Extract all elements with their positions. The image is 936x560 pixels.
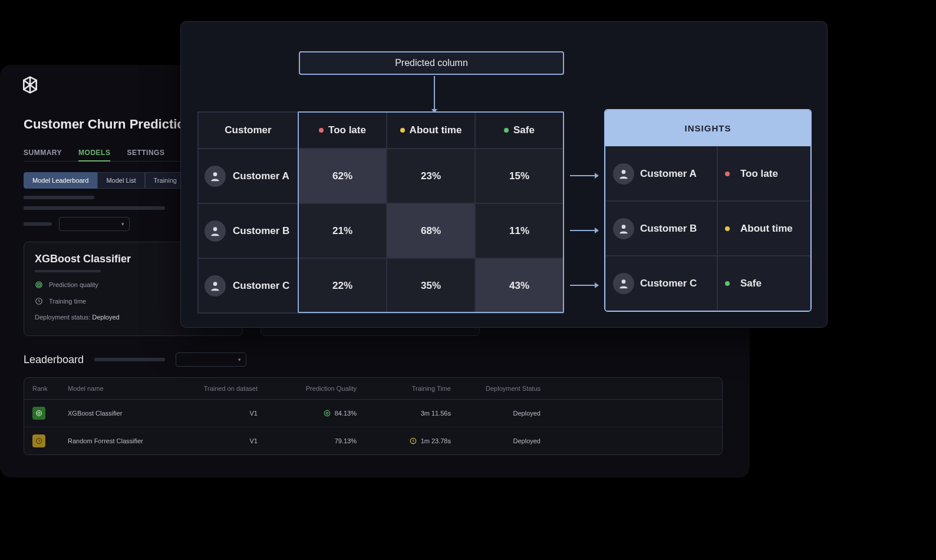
pct-cell: 35% <box>387 258 475 313</box>
insight-customer: Customer A <box>605 146 717 201</box>
predicted-column-label: Predicted column <box>299 51 564 75</box>
col-deploy: Deployment Status <box>451 385 545 392</box>
insight-status: Too late <box>717 146 810 201</box>
pct-cell: 23% <box>387 149 475 203</box>
cell-status: Deployed <box>451 437 545 444</box>
svg-point-2 <box>38 284 39 285</box>
cell-model-name: Random Forrest Classifier <box>68 437 186 444</box>
avatar-icon <box>205 166 226 187</box>
sidebar <box>21 75 44 99</box>
col-dataset: Trained on dataset <box>186 385 262 392</box>
table-header-row: Rank Model name Trained on dataset Predi… <box>24 378 722 400</box>
leaderboard-table: Rank Model name Trained on dataset Predi… <box>24 377 723 455</box>
subtab-model-list[interactable]: Model List <box>97 172 144 189</box>
avatar-icon <box>613 273 634 294</box>
svg-point-7 <box>326 412 328 414</box>
avatar-icon <box>613 218 634 239</box>
filter-dropdown[interactable] <box>59 217 130 231</box>
target-icon <box>323 409 331 417</box>
rank-badge-icon <box>32 407 45 420</box>
skeleton-line <box>24 196 94 199</box>
leaderboard-section: Leaderboard Rank Model name Trained on d… <box>24 353 723 455</box>
status-dot-red-icon <box>725 172 730 176</box>
leaderboard-filter-dropdown[interactable] <box>176 353 246 367</box>
svg-point-14 <box>622 225 626 229</box>
cell-tt: 3m 11.56s <box>421 410 451 417</box>
tab-models[interactable]: MODELS <box>78 149 110 162</box>
header-too-late: Too late <box>298 112 387 149</box>
pct-cell: 68% <box>387 203 475 258</box>
svg-point-15 <box>622 279 626 284</box>
arrow-right-icon <box>570 175 598 176</box>
status-dot-yellow-icon <box>400 128 405 133</box>
insights-header: INSIGHTS <box>605 110 810 146</box>
svg-point-6 <box>324 410 329 416</box>
svg-point-5 <box>38 412 40 414</box>
insight-status: Safe <box>717 256 810 311</box>
pct-cell: 11% <box>475 203 563 258</box>
rank-badge-icon <box>32 434 45 447</box>
pct-cell: 22% <box>298 258 387 313</box>
arrow-down-icon <box>434 76 435 113</box>
table-row[interactable]: XGBoost Classifier V1 84.13% 3m 11.56s D… <box>24 400 722 427</box>
avatar-icon <box>205 275 226 297</box>
cell-pq: 84.13% <box>335 410 357 417</box>
tab-summary[interactable]: SUMMARY <box>24 149 62 162</box>
cell-dataset: V1 <box>186 437 262 444</box>
svg-point-10 <box>213 172 217 176</box>
pct-cell: 62% <box>298 149 387 203</box>
svg-point-12 <box>213 282 217 286</box>
col-pq: Prediction Quality <box>262 385 357 392</box>
prediction-overlay: Predicted column Customer Too late About… <box>180 21 828 328</box>
pct-cell: 21% <box>298 203 387 258</box>
status-dot-green-icon <box>504 128 509 133</box>
skeleton-line <box>24 206 165 210</box>
subtab-leaderboard[interactable]: Model Leaderboard <box>24 172 97 189</box>
insight-status: About time <box>717 201 810 256</box>
tab-settings[interactable]: SETTINGS <box>127 149 164 162</box>
cell-status: Deployed <box>451 410 545 417</box>
header-safe: Safe <box>475 112 563 149</box>
insights-panel: INSIGHTS Customer A Too late Customer B … <box>604 109 812 312</box>
status-dot-green-icon <box>725 281 730 286</box>
clock-icon <box>35 297 43 305</box>
cell-tt: 1m 23.78s <box>421 437 451 444</box>
header-about-time: About time <box>387 112 475 149</box>
skeleton-line <box>94 358 165 361</box>
skeleton-line <box>24 222 52 226</box>
clock-icon <box>409 437 417 445</box>
cell-pq: 79.13% <box>335 437 357 444</box>
svg-point-4 <box>37 411 42 416</box>
leaderboard-title: Leaderboard <box>24 354 84 366</box>
cell-model-name: XGBoost Classifier <box>68 410 186 417</box>
col-model-name: Model name <box>68 385 186 392</box>
stat-time-label: Training time <box>49 298 86 305</box>
insight-customer: Customer B <box>605 201 717 256</box>
app-logo-icon <box>21 75 39 94</box>
pct-cell: 15% <box>475 149 563 203</box>
status-dot-red-icon <box>319 128 324 133</box>
cell-dataset: V1 <box>186 410 262 417</box>
pct-cell: 43% <box>475 258 563 313</box>
header-customer: Customer <box>198 112 298 149</box>
insight-customer: Customer C <box>605 256 717 311</box>
svg-point-11 <box>213 227 217 231</box>
customer-cell: Customer A <box>198 149 298 203</box>
status-dot-yellow-icon <box>725 226 730 231</box>
customer-cell: Customer B <box>198 203 298 258</box>
arrow-right-icon <box>570 230 598 231</box>
table-row[interactable]: Random Forrest Classifier V1 79.13% 1m 2… <box>24 427 722 454</box>
stat-quality-label: Prediction quality <box>49 281 98 288</box>
col-rank: Rank <box>32 385 68 392</box>
avatar-icon <box>205 220 226 242</box>
prediction-table: Customer Too late About time Safe Custom… <box>197 111 564 314</box>
target-icon <box>35 281 43 289</box>
skeleton-line <box>35 270 101 272</box>
svg-point-13 <box>622 170 626 174</box>
arrow-right-icon <box>570 285 598 286</box>
avatar-icon <box>613 163 634 185</box>
subtab-training[interactable]: Training <box>145 172 186 189</box>
col-tt: Training Time <box>357 385 451 392</box>
customer-cell: Customer C <box>198 258 298 313</box>
